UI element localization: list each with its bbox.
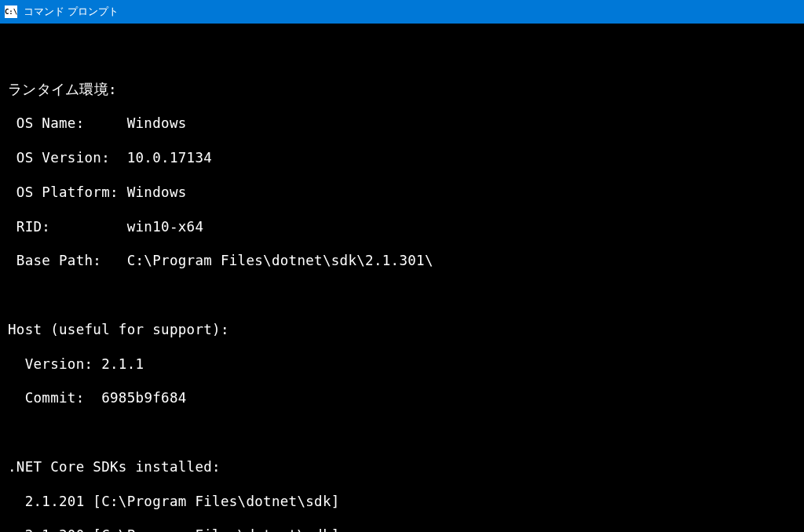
terminal-output[interactable]: ランタイム環境: OS Name: Windows OS Version: 10… <box>0 24 804 532</box>
host-header: Host (useful for support): <box>8 322 796 339</box>
window-titlebar[interactable]: C:\ コマンド プロンプト <box>0 0 804 24</box>
sdks-header: .NET Core SDKs installed: <box>8 459 796 476</box>
window-title: コマンド プロンプト <box>24 5 119 19</box>
blank-line <box>8 47 796 64</box>
host-commit-line: Commit: 6985b9f684 <box>8 390 796 407</box>
cmd-icon: C:\ <box>5 5 17 18</box>
blank-line <box>8 287 796 304</box>
os-version-line: OS Version: 10.0.17134 <box>8 150 796 167</box>
os-name-line: OS Name: Windows <box>8 115 796 133</box>
blank-line <box>8 425 796 442</box>
sdk-entry: 2.1.300 [C:\Program Files\dotnet\sdk] <box>8 527 796 532</box>
runtime-env-header: ランタイム環境: <box>8 82 796 99</box>
os-platform-line: OS Platform: Windows <box>8 184 796 202</box>
host-version-line: Version: 2.1.1 <box>8 356 796 373</box>
sdk-entry: 2.1.201 [C:\Program Files\dotnet\sdk] <box>8 494 796 511</box>
base-path-line: Base Path: C:\Program Files\dotnet\sdk\2… <box>8 253 796 270</box>
rid-line: RID: win10-x64 <box>8 219 796 236</box>
